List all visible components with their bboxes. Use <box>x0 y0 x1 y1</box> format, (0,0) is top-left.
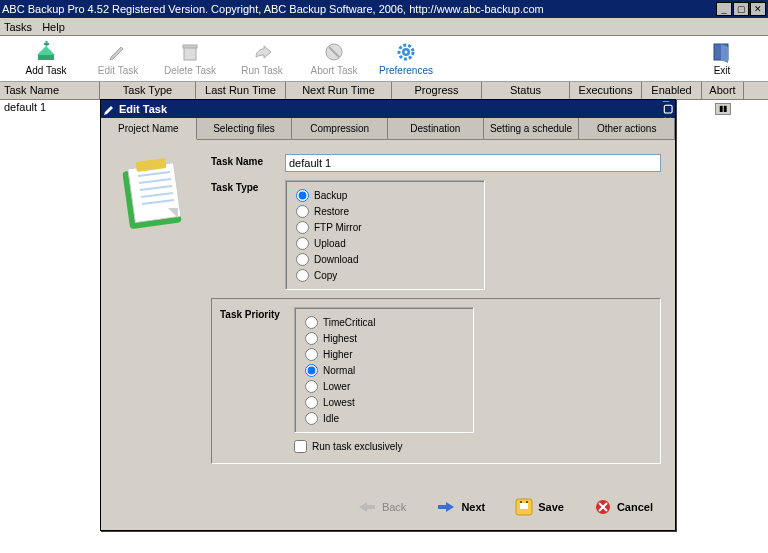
svg-point-21 <box>520 501 522 503</box>
task-type-group: Backup Restore FTP Mirror Upload Downloa… <box>285 180 485 290</box>
next-button[interactable]: Next <box>436 501 485 513</box>
svg-rect-0 <box>38 55 54 60</box>
col-last-run[interactable]: Last Run Time <box>196 82 286 99</box>
svg-rect-2 <box>46 41 48 46</box>
tab-schedule[interactable]: Setting a schedule <box>484 118 580 139</box>
cell-task-name: default 1 <box>0 100 100 116</box>
svg-rect-12 <box>128 163 181 223</box>
exit-button[interactable]: Exit <box>686 37 758 81</box>
dialog-tabs: Project Name Selecting files Compression… <box>101 118 675 140</box>
radio-copy[interactable]: Copy <box>296 267 474 283</box>
radio-highest[interactable]: Highest <box>305 330 463 346</box>
minimize-button[interactable]: _ <box>716 2 732 16</box>
maximize-button[interactable]: ▢ <box>733 2 749 16</box>
radio-restore[interactable]: Restore <box>296 203 474 219</box>
cancel-icon <box>594 498 612 516</box>
preferences-button[interactable]: Preferences <box>370 37 442 81</box>
tab-other-actions[interactable]: Other actions <box>579 118 675 139</box>
edit-task-icon <box>107 41 129 63</box>
run-task-icon <box>251 41 273 63</box>
edit-task-button[interactable]: Edit Task <box>82 37 154 81</box>
add-task-button[interactable]: Add Task <box>10 37 82 81</box>
col-status[interactable]: Status <box>482 82 570 99</box>
back-button: Back <box>357 501 406 513</box>
delete-task-button[interactable]: Delete Task <box>154 37 226 81</box>
abort-task-button[interactable]: Abort Task <box>298 37 370 81</box>
svg-rect-3 <box>184 47 196 60</box>
dialog-button-bar: Back Next Save Cancel <box>101 488 675 530</box>
radio-normal[interactable]: Normal <box>305 362 463 378</box>
tab-destination[interactable]: Destination <box>388 118 484 139</box>
svg-point-9 <box>405 51 408 54</box>
priority-fieldset: Task Priority TimeCritical Highest Highe… <box>211 298 661 464</box>
delete-task-label: Delete Task <box>164 65 216 76</box>
task-priority-label: Task Priority <box>220 307 294 320</box>
dialog-maximize-button[interactable]: ▢ <box>663 102 673 115</box>
menu-tasks[interactable]: Tasks <box>4 21 32 33</box>
svg-rect-4 <box>183 45 197 48</box>
add-task-icon <box>35 41 57 63</box>
cancel-button[interactable]: Cancel <box>594 498 653 516</box>
col-task-type[interactable]: Task Type <box>100 82 196 99</box>
main-titlebar: ABC Backup Pro 4.52 Registered Version. … <box>0 0 768 18</box>
radio-lowest[interactable]: Lowest <box>305 394 463 410</box>
abort-task-icon <box>323 41 345 63</box>
dialog-title-text: Edit Task <box>117 103 663 115</box>
abort-row-button[interactable]: ▮▮ <box>715 103 731 115</box>
preferences-label: Preferences <box>379 65 433 76</box>
run-exclusive-checkbox[interactable]: Run task exclusively <box>294 437 474 455</box>
col-task-name[interactable]: Task Name <box>0 82 100 99</box>
exit-label: Exit <box>714 65 731 76</box>
col-next-run[interactable]: Next Run Time <box>286 82 392 99</box>
col-abort[interactable]: Abort <box>702 82 744 99</box>
task-name-label: Task Name <box>211 154 285 167</box>
menu-help[interactable]: Help <box>42 21 65 33</box>
gear-icon <box>395 41 417 63</box>
radio-idle[interactable]: Idle <box>305 410 463 426</box>
radio-lower[interactable]: Lower <box>305 378 463 394</box>
add-task-label: Add Task <box>26 65 67 76</box>
close-button[interactable]: ✕ <box>750 2 766 16</box>
app-title: ABC Backup Pro 4.52 Registered Version. … <box>2 3 715 15</box>
menubar: Tasks Help <box>0 18 768 36</box>
tab-project-name[interactable]: Project Name <box>101 118 197 140</box>
save-button[interactable]: Save <box>515 498 564 516</box>
col-executions[interactable]: Executions <box>570 82 642 99</box>
radio-download[interactable]: Download <box>296 251 474 267</box>
run-task-button[interactable]: Run Task <box>226 37 298 81</box>
task-priority-group: TimeCritical Highest Higher Normal Lower… <box>294 307 474 433</box>
run-task-label: Run Task <box>241 65 283 76</box>
dialog-icon <box>103 102 117 116</box>
radio-timecritical[interactable]: TimeCritical <box>305 314 463 330</box>
svg-rect-20 <box>520 503 528 509</box>
radio-ftp-mirror[interactable]: FTP Mirror <box>296 219 474 235</box>
save-icon <box>515 498 533 516</box>
col-progress[interactable]: Progress <box>392 82 482 99</box>
cell-abort: ▮▮ <box>702 100 744 116</box>
toolbar: Add Task Edit Task Delete Task Run Task … <box>0 36 768 82</box>
trash-icon <box>179 41 201 63</box>
edit-task-dialog: Edit Task _ ▢ ✕ Project Name Selecting f… <box>100 99 676 531</box>
abort-task-label: Abort Task <box>310 65 357 76</box>
task-name-input[interactable] <box>285 154 661 172</box>
task-list-header: Task Name Task Type Last Run Time Next R… <box>0 82 768 100</box>
notepad-icon <box>115 154 195 234</box>
arrow-right-icon <box>436 501 456 513</box>
arrow-left-icon <box>357 501 377 513</box>
tab-compression[interactable]: Compression <box>292 118 388 139</box>
radio-higher[interactable]: Higher <box>305 346 463 362</box>
dialog-titlebar: Edit Task _ ▢ ✕ <box>101 100 675 118</box>
radio-upload[interactable]: Upload <box>296 235 474 251</box>
edit-task-label: Edit Task <box>98 65 138 76</box>
radio-backup[interactable]: Backup <box>296 187 474 203</box>
tab-selecting-files[interactable]: Selecting files <box>197 118 293 139</box>
dialog-minimize-button[interactable]: _ <box>663 90 673 102</box>
task-type-label: Task Type <box>211 180 285 193</box>
exit-icon <box>711 41 733 63</box>
svg-point-22 <box>526 501 528 503</box>
